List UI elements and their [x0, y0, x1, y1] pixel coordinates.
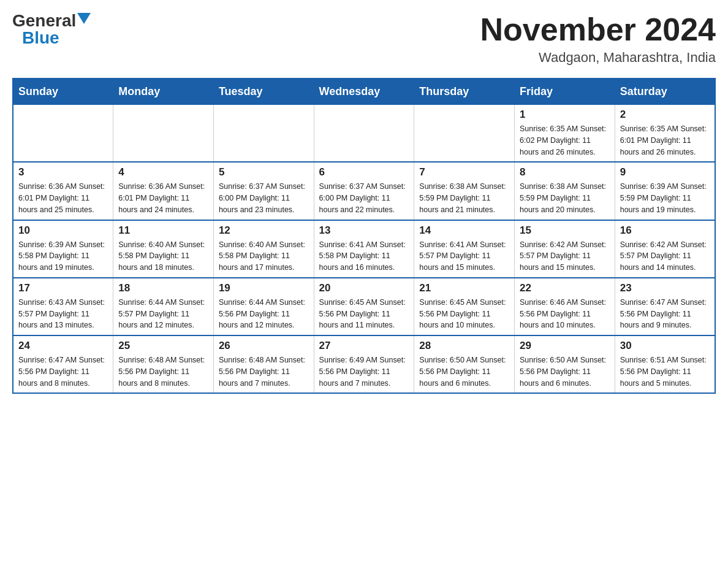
day-info: Sunrise: 6:45 AM Sunset: 5:56 PM Dayligh…	[419, 297, 509, 331]
calendar-cell: 4Sunrise: 6:36 AM Sunset: 6:01 PM Daylig…	[113, 162, 214, 220]
day-info: Sunrise: 6:49 AM Sunset: 5:56 PM Dayligh…	[319, 354, 409, 389]
day-number: 16	[620, 224, 710, 237]
day-header-wednesday: Wednesday	[314, 79, 414, 105]
logo-general-text: General	[12, 12, 76, 29]
logo-triangle-icon	[77, 13, 91, 26]
calendar-header-row: SundayMondayTuesdayWednesdayThursdayFrid…	[13, 79, 715, 105]
calendar-cell: 30Sunrise: 6:51 AM Sunset: 5:56 PM Dayli…	[615, 335, 715, 393]
calendar-cell	[314, 105, 414, 163]
day-info: Sunrise: 6:44 AM Sunset: 5:56 PM Dayligh…	[219, 297, 309, 331]
day-info: Sunrise: 6:40 AM Sunset: 5:58 PM Dayligh…	[219, 239, 309, 274]
day-number: 7	[419, 166, 509, 178]
calendar-cell: 10Sunrise: 6:39 AM Sunset: 5:58 PM Dayli…	[13, 220, 113, 278]
day-number: 1	[520, 109, 610, 121]
day-number: 11	[118, 224, 208, 237]
day-number: 28	[419, 340, 509, 352]
calendar-week-row: 3Sunrise: 6:36 AM Sunset: 6:01 PM Daylig…	[13, 162, 715, 220]
day-info: Sunrise: 6:39 AM Sunset: 5:59 PM Dayligh…	[620, 181, 710, 215]
day-info: Sunrise: 6:48 AM Sunset: 5:56 PM Dayligh…	[219, 354, 309, 389]
day-number: 14	[419, 224, 509, 237]
day-number: 25	[118, 340, 208, 352]
logo-blue-text: Blue	[22, 28, 59, 47]
month-title: November 2024	[480, 12, 716, 47]
calendar-cell: 13Sunrise: 6:41 AM Sunset: 5:58 PM Dayli…	[314, 220, 414, 278]
calendar-cell: 26Sunrise: 6:48 AM Sunset: 5:56 PM Dayli…	[213, 335, 314, 393]
day-number: 27	[319, 340, 409, 352]
day-info: Sunrise: 6:41 AM Sunset: 5:57 PM Dayligh…	[419, 239, 509, 274]
day-info: Sunrise: 6:51 AM Sunset: 5:56 PM Dayligh…	[620, 354, 710, 389]
day-number: 23	[620, 282, 710, 294]
day-number: 2	[620, 109, 710, 121]
day-info: Sunrise: 6:36 AM Sunset: 6:01 PM Dayligh…	[118, 181, 208, 215]
day-info: Sunrise: 6:39 AM Sunset: 5:58 PM Dayligh…	[18, 239, 108, 274]
calendar-cell: 24Sunrise: 6:47 AM Sunset: 5:56 PM Dayli…	[13, 335, 113, 393]
calendar-cell: 25Sunrise: 6:48 AM Sunset: 5:56 PM Dayli…	[113, 335, 214, 393]
day-header-saturday: Saturday	[615, 79, 715, 105]
day-number: 22	[520, 282, 610, 294]
day-info: Sunrise: 6:46 AM Sunset: 5:56 PM Dayligh…	[520, 297, 610, 331]
title-section: November 2024 Wadgaon, Maharashtra, Indi…	[480, 12, 716, 66]
day-number: 29	[520, 340, 610, 352]
day-number: 3	[18, 166, 108, 178]
location-text: Wadgaon, Maharashtra, India	[480, 50, 716, 66]
day-number: 15	[520, 224, 610, 237]
calendar-cell	[13, 105, 113, 163]
calendar-cell: 23Sunrise: 6:47 AM Sunset: 5:56 PM Dayli…	[615, 278, 715, 335]
day-number: 21	[419, 282, 509, 294]
calendar-cell	[414, 105, 515, 163]
calendar-cell	[113, 105, 214, 163]
calendar-cell: 22Sunrise: 6:46 AM Sunset: 5:56 PM Dayli…	[515, 278, 615, 335]
day-header-thursday: Thursday	[414, 79, 515, 105]
day-number: 24	[18, 340, 108, 352]
calendar-cell: 14Sunrise: 6:41 AM Sunset: 5:57 PM Dayli…	[414, 220, 515, 278]
calendar-table: SundayMondayTuesdayWednesdayThursdayFrid…	[12, 78, 716, 394]
day-number: 30	[620, 340, 710, 352]
calendar-cell	[213, 105, 314, 163]
calendar-cell: 29Sunrise: 6:50 AM Sunset: 5:56 PM Dayli…	[515, 335, 615, 393]
calendar-cell: 20Sunrise: 6:45 AM Sunset: 5:56 PM Dayli…	[314, 278, 414, 335]
day-info: Sunrise: 6:47 AM Sunset: 5:56 PM Dayligh…	[620, 297, 710, 331]
day-info: Sunrise: 6:50 AM Sunset: 5:56 PM Dayligh…	[520, 354, 610, 389]
calendar-cell: 6Sunrise: 6:37 AM Sunset: 6:00 PM Daylig…	[314, 162, 414, 220]
day-info: Sunrise: 6:42 AM Sunset: 5:57 PM Dayligh…	[520, 239, 610, 274]
day-info: Sunrise: 6:43 AM Sunset: 5:57 PM Dayligh…	[18, 297, 108, 331]
day-number: 5	[219, 166, 309, 178]
calendar-week-row: 17Sunrise: 6:43 AM Sunset: 5:57 PM Dayli…	[13, 278, 715, 335]
logo: General Blue	[12, 12, 91, 47]
day-number: 8	[520, 166, 610, 178]
day-info: Sunrise: 6:47 AM Sunset: 5:56 PM Dayligh…	[18, 354, 108, 389]
day-number: 6	[319, 166, 409, 178]
calendar-cell: 19Sunrise: 6:44 AM Sunset: 5:56 PM Dayli…	[213, 278, 314, 335]
calendar-cell: 21Sunrise: 6:45 AM Sunset: 5:56 PM Dayli…	[414, 278, 515, 335]
svg-marker-0	[77, 13, 91, 24]
calendar-cell: 5Sunrise: 6:37 AM Sunset: 6:00 PM Daylig…	[213, 162, 314, 220]
calendar-cell: 17Sunrise: 6:43 AM Sunset: 5:57 PM Dayli…	[13, 278, 113, 335]
day-number: 13	[319, 224, 409, 237]
calendar-cell: 28Sunrise: 6:50 AM Sunset: 5:56 PM Dayli…	[414, 335, 515, 393]
day-number: 4	[118, 166, 208, 178]
day-header-sunday: Sunday	[13, 79, 113, 105]
calendar-cell: 1Sunrise: 6:35 AM Sunset: 6:02 PM Daylig…	[515, 105, 615, 163]
calendar-cell: 7Sunrise: 6:38 AM Sunset: 5:59 PM Daylig…	[414, 162, 515, 220]
day-info: Sunrise: 6:40 AM Sunset: 5:58 PM Dayligh…	[118, 239, 208, 274]
day-info: Sunrise: 6:35 AM Sunset: 6:01 PM Dayligh…	[620, 123, 710, 158]
day-info: Sunrise: 6:42 AM Sunset: 5:57 PM Dayligh…	[620, 239, 710, 274]
calendar-cell: 16Sunrise: 6:42 AM Sunset: 5:57 PM Dayli…	[615, 220, 715, 278]
day-number: 12	[219, 224, 309, 237]
day-header-tuesday: Tuesday	[213, 79, 314, 105]
day-info: Sunrise: 6:45 AM Sunset: 5:56 PM Dayligh…	[319, 297, 409, 331]
day-info: Sunrise: 6:37 AM Sunset: 6:00 PM Dayligh…	[319, 181, 409, 215]
page-header: General Blue November 2024 Wadgaon, Maha…	[12, 12, 716, 66]
calendar-cell: 12Sunrise: 6:40 AM Sunset: 5:58 PM Dayli…	[213, 220, 314, 278]
day-number: 10	[18, 224, 108, 237]
day-info: Sunrise: 6:48 AM Sunset: 5:56 PM Dayligh…	[118, 354, 208, 389]
day-info: Sunrise: 6:50 AM Sunset: 5:56 PM Dayligh…	[419, 354, 509, 389]
calendar-cell: 18Sunrise: 6:44 AM Sunset: 5:57 PM Dayli…	[113, 278, 214, 335]
day-header-monday: Monday	[113, 79, 214, 105]
day-number: 20	[319, 282, 409, 294]
day-number: 19	[219, 282, 309, 294]
day-info: Sunrise: 6:36 AM Sunset: 6:01 PM Dayligh…	[18, 181, 108, 215]
day-info: Sunrise: 6:38 AM Sunset: 5:59 PM Dayligh…	[520, 181, 610, 215]
calendar-cell: 3Sunrise: 6:36 AM Sunset: 6:01 PM Daylig…	[13, 162, 113, 220]
calendar-cell: 2Sunrise: 6:35 AM Sunset: 6:01 PM Daylig…	[615, 105, 715, 163]
